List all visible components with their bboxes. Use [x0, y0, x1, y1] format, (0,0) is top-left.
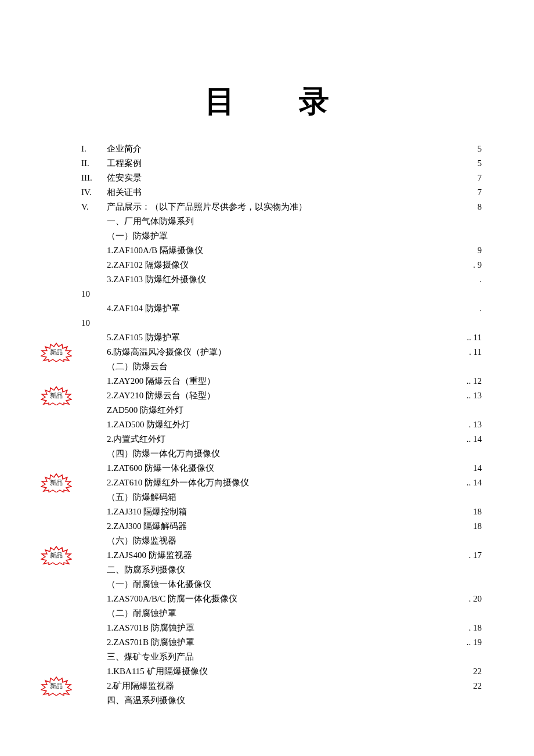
toc-entry-label: 2.内置式红外灯: [107, 432, 165, 446]
toc-entry-page: 7: [477, 171, 482, 185]
toc-entry-label: 1.ZAD500 防爆红外灯: [107, 417, 190, 431]
toc-entry-page: 22: [472, 679, 482, 693]
toc-entry-label: 1.KBA115 矿用隔爆摄像仪: [107, 664, 208, 678]
toc-leader: [187, 520, 472, 529]
toc-entry-number: II.: [81, 156, 107, 170]
toc-entry-label: 四、高温系列摄像仪: [107, 693, 185, 707]
toc-leader: [142, 186, 477, 195]
new-product-badge: 新品: [41, 545, 72, 565]
toc-entry-page: . 13: [468, 417, 482, 431]
starburst-icon: 新品: [41, 545, 72, 565]
toc-entry: 三、煤矿专业系列产品: [52, 650, 482, 664]
toc-entry: 2.内置式红外灯.. 14: [52, 432, 482, 446]
toc-entry-page: .. 14: [466, 476, 482, 489]
toc-entry-page: .. 13: [466, 388, 482, 402]
toc-entry-trail: .: [478, 272, 482, 286]
starburst-icon: 新品: [41, 473, 72, 492]
toc-entry: 新品6.防爆高温风冷摄像仪（护罩）. 11: [52, 345, 482, 359]
badge-text: 新品: [50, 548, 63, 562]
toc-entry-page: . 9: [472, 258, 482, 272]
toc-entry-label: 2.ZAY210 防爆云台（轻型）: [107, 388, 215, 402]
toc-entry: 1.ZAD500 防爆红外灯. 13: [52, 417, 482, 431]
toc-entry: 1.ZAS700A/B/C 防腐一体化摄像仪. 20: [52, 592, 482, 606]
toc-entry: 1.ZAY200 隔爆云台（重型）.. 12: [52, 374, 482, 388]
toc-entry-label: 4.ZAF104 防爆护罩: [107, 301, 180, 315]
toc-entry: （五）防爆解码箱: [52, 490, 482, 504]
toc-entry: IV.相关证书 7: [52, 185, 482, 199]
toc-entry-page: 5: [477, 156, 482, 170]
toc-entry-page: 18: [472, 505, 482, 519]
toc-entry-label: 1.ZAS701B 防腐蚀护罩: [107, 621, 194, 635]
new-product-badge: 新品: [41, 676, 72, 696]
toc-entry-label: 1.ZAF100A/B 隔爆摄像仪: [107, 243, 203, 257]
new-product-badge: 新品: [41, 342, 72, 362]
toc-entry-label: 二、防腐系列摄像仪: [107, 563, 185, 577]
toc-entry: 1.ZAS701B 防腐蚀护罩. 18: [52, 621, 482, 635]
toc-leader: [226, 346, 468, 355]
toc-leader: [189, 259, 472, 268]
toc-entry: 新品2.矿用隔爆监视器 22: [52, 679, 482, 693]
toc-entry-label: （二）防爆云台: [107, 359, 168, 373]
toc-entry-label: 2.ZAS701B 防腐蚀护罩: [107, 635, 194, 649]
toc-entry-label: 工程案例: [107, 156, 142, 170]
page: 目 录 I.企业简介 5II.工程案例 5III.佐安实景 7IV.相关证书 7…: [0, 0, 534, 756]
toc-entry: 1.ZAF100A/B 隔爆摄像仪 9: [52, 243, 482, 257]
toc-entry-page: 18: [472, 519, 482, 533]
toc-leader: [165, 433, 466, 442]
table-of-contents: I.企业简介 5II.工程案例 5III.佐安实景 7IV.相关证书 7V.产品…: [52, 142, 482, 707]
toc-entry-page: . 11: [468, 345, 482, 359]
toc-leader: [142, 143, 477, 152]
toc-entry: II.工程案例 5: [52, 156, 482, 170]
badge-text: 新品: [50, 345, 63, 359]
page-title: 目 录: [52, 81, 482, 122]
toc-entry-page: 22: [472, 664, 482, 678]
toc-leader: [194, 622, 468, 631]
toc-leader: [249, 477, 466, 485]
toc-entry-page: .. 19: [466, 635, 482, 649]
toc-entry: 一、厂用气体防爆系列: [52, 214, 482, 228]
toc-leader: [180, 332, 466, 340]
toc-entry-label: 3.ZAF103 防爆红外摄像仪: [107, 272, 206, 286]
toc-leader: [215, 390, 466, 398]
toc-entry: 新品1.ZAJS400 防爆监视器. 17: [52, 548, 482, 562]
toc-leader: [194, 636, 466, 645]
toc-entry-page: .. 12: [466, 374, 482, 388]
starburst-icon: 新品: [41, 676, 72, 696]
toc-entry-page: .. 14: [466, 432, 482, 446]
badge-text: 新品: [50, 476, 63, 489]
toc-entry-label: （一）耐腐蚀一体化摄像仪: [107, 577, 211, 591]
toc-entry-label: 产品展示：（以下产品照片尽供参考，以实物为准）: [107, 200, 307, 214]
toc-entry-page: 7: [477, 185, 482, 199]
toc-entry-page: . 18: [468, 621, 482, 635]
toc-entry-label: （五）防爆解码箱: [107, 490, 176, 504]
toc-entry: 5.ZAF105 防爆护罩.. 11: [52, 330, 482, 344]
new-product-badge: 新品: [41, 473, 72, 492]
toc-entry-label: 1.ZAJ310 隔爆控制箱: [107, 505, 187, 519]
toc-leader: [208, 665, 472, 674]
toc-entry: 2.ZAS701B 防腐蚀护罩.. 19: [52, 635, 482, 649]
toc-entry-page: 8: [477, 200, 482, 214]
toc-entry-label: 6.防爆高温风冷摄像仪（护罩）: [107, 345, 226, 359]
toc-entry-page: .. 11: [466, 330, 482, 344]
toc-leader: [142, 172, 477, 181]
toc-entry-page-wrapped: 10: [52, 287, 482, 301]
starburst-icon: 新品: [41, 342, 72, 362]
toc-entry: （二）耐腐蚀护罩: [52, 606, 482, 620]
toc-entry: I.企业简介 5: [52, 142, 482, 156]
toc-entry: 3.ZAF103 防爆红外摄像仪.: [52, 272, 482, 286]
new-product-badge: 新品: [41, 386, 72, 405]
toc-entry-trail: .: [478, 301, 482, 315]
starburst-icon: 新品: [41, 386, 72, 405]
toc-entry-label: 1.ZAT600 防爆一体化摄像仪: [107, 461, 214, 475]
toc-leader: [214, 462, 472, 471]
toc-entry-page: 14: [472, 461, 482, 475]
toc-leader: [174, 680, 472, 689]
toc-entry-label: 三、煤矿专业系列产品: [107, 650, 194, 664]
toc-entry-page: 9: [477, 243, 482, 257]
toc-entry-label: 2.ZAF102 隔爆摄像仪: [107, 258, 189, 272]
toc-entry-number: III.: [81, 171, 107, 185]
toc-entry-label: （一）防爆护罩: [107, 229, 168, 243]
toc-entry: 二、防腐系列摄像仪: [52, 563, 482, 577]
toc-entry: （二）防爆云台: [52, 359, 482, 373]
toc-entry-label: 2.ZAJ300 隔爆解码器: [107, 519, 187, 533]
